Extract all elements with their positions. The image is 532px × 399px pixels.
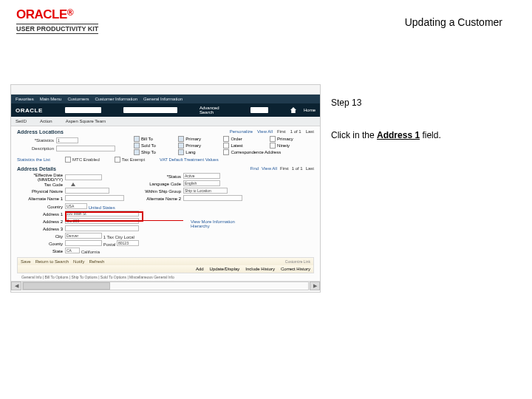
tab-updatedisp[interactable]: Update/Display [210, 267, 240, 271]
correspond-checkbox[interactable] [223, 149, 229, 155]
find-link[interactable]: Find [250, 166, 259, 171]
home-label[interactable]: Home [304, 108, 316, 112]
oracle-wordmark: ORACLE® [16, 7, 98, 22]
statistics-label: *Statistics [17, 138, 54, 143]
order-checkbox[interactable] [223, 136, 229, 142]
page-title: Updating a Customer [405, 16, 502, 28]
latest-label: Latest [231, 143, 242, 148]
header-input-1[interactable] [65, 107, 101, 113]
instruction-bold: Address 1 [377, 130, 420, 140]
country-link[interactable]: United States [89, 205, 115, 210]
taxgeo-label: 1 Tax City Local [103, 235, 134, 239]
scroll-left-arrow[interactable]: ◀ [11, 282, 21, 290]
header-input-2[interactable] [123, 107, 177, 113]
wh-input[interactable]: Ship to Location [183, 188, 228, 194]
altname2-input[interactable] [183, 195, 242, 201]
primacy-label: Primacy [277, 137, 293, 141]
altname1-input[interactable] [65, 195, 124, 201]
postal-label: Postal [103, 242, 116, 247]
postal-input[interactable]: 80123 [117, 240, 139, 246]
tab-refresh[interactable]: Refresh [89, 259, 104, 264]
primary2-label: Primary [185, 143, 201, 148]
personalize-link[interactable]: Personalize [230, 129, 253, 134]
county-input[interactable] [65, 240, 102, 246]
city-input[interactable]: Denver [65, 233, 102, 239]
shipto-label: Ship To [141, 150, 156, 154]
physical-input[interactable] [65, 188, 109, 194]
breadcrumb-favorites[interactable]: Favorites [16, 97, 34, 101]
ninety-checkbox[interactable] [270, 143, 276, 149]
tab-correct[interactable]: Correct History [281, 267, 310, 271]
lang-input[interactable]: English [183, 180, 220, 186]
taxcode-tri-icon [71, 183, 75, 186]
address3-label: Address 3 [17, 227, 63, 231]
scroll-right-arrow[interactable]: ▶ [310, 282, 320, 290]
horizontal-scrollbar[interactable]: ◀ ▶ [11, 281, 320, 290]
hierarchy-link[interactable]: Hierarchy [191, 224, 235, 228]
scroll-track[interactable] [22, 282, 309, 290]
address3-input[interactable] [65, 225, 139, 231]
correspond-label: Correspondence Address [231, 150, 281, 154]
details-link[interactable]: Statistics the List [17, 157, 50, 162]
statistics-input[interactable]: 1 [56, 137, 78, 143]
step-label: Step 13 [331, 98, 361, 108]
breadcrumb-general[interactable]: General Information [143, 97, 183, 101]
viewall-link-2[interactable]: View All [262, 166, 277, 171]
tab-save[interactable]: Save [21, 259, 31, 264]
primacy-checkbox[interactable] [270, 136, 276, 142]
altname1-label: Alternate Name 1 [17, 197, 63, 201]
header-input-3[interactable] [250, 107, 268, 113]
id-value: Action [40, 119, 52, 123]
breadcrumb-main[interactable]: Main Menu [40, 97, 62, 101]
altname2-label: Alternate Name 2 [135, 197, 181, 201]
address1-input[interactable]: 100 Main St [65, 211, 139, 216]
effdate-input[interactable] [65, 174, 102, 180]
state-input[interactable]: CA [65, 248, 80, 253]
breadcrumb-toolbar: Favorites Main Menu Customers Customer I… [11, 95, 320, 103]
primary2-checkbox[interactable] [178, 143, 184, 149]
breadcrumb-customers[interactable]: Customers [67, 97, 89, 101]
oracle-header: ORACLE Advanced Search Home [11, 103, 320, 117]
primary1-checkbox[interactable] [178, 136, 184, 142]
step-instruction: Click in the Address 1 field. [331, 130, 441, 140]
first-label-2[interactable]: First [280, 166, 289, 171]
page-links[interactable]: General Info | Bill To Options | Ship To… [17, 273, 314, 281]
description-label: Description [17, 146, 54, 151]
country-label: Country [17, 205, 63, 209]
viewall-link[interactable]: View All [257, 129, 273, 134]
status-select[interactable]: Active [183, 173, 220, 179]
first-label[interactable]: First [277, 129, 286, 134]
shipto-checkbox[interactable] [134, 149, 140, 155]
last-label-2[interactable]: Last [306, 166, 314, 171]
country-input[interactable]: USA [65, 203, 87, 209]
effdate-label: *Effective Date (MM/DD/YY) [17, 173, 63, 182]
tab-includehist[interactable]: Include History [245, 267, 275, 271]
address2-input[interactable]: Ste 200 [65, 218, 139, 224]
last-label[interactable]: Last [306, 129, 314, 134]
id-bar: SetID Action Aspen Square Team [11, 117, 320, 126]
billto-checkbox[interactable] [134, 136, 140, 142]
oracle-brand: ORACLE [16, 107, 43, 114]
customize-link[interactable]: Customize Link [285, 259, 310, 264]
tab-notify[interactable]: Notify [73, 259, 84, 264]
wh-label: Within Ship Group [135, 189, 181, 194]
range-label-2: 1 of 1 [292, 166, 303, 171]
tab-return[interactable]: Return to Search [35, 259, 69, 264]
address2-label: Address 2 [17, 219, 63, 224]
address1-label: Address 1 [17, 212, 63, 216]
ninety-label: Ninety [277, 143, 290, 148]
lang-label: Language Code [135, 182, 181, 186]
home-icon[interactable] [290, 107, 296, 113]
description-input[interactable] [56, 146, 115, 151]
latest-checkbox[interactable] [223, 143, 229, 149]
lang-checkbox[interactable] [178, 149, 184, 155]
vat-link[interactable]: VAT Default Treatment Values [160, 157, 219, 162]
soldto-checkbox[interactable] [134, 143, 140, 149]
city-label: City [17, 234, 63, 239]
status-label: *Status [135, 174, 181, 179]
tab-add[interactable]: Add [196, 267, 204, 271]
action-tabs-right: Add Update/Display Include History Corre… [17, 265, 314, 273]
action-value: Aspen Square Team [66, 119, 106, 123]
breadcrumb-custinfo[interactable]: Customer Information [95, 97, 137, 101]
scroll-thumb[interactable] [23, 282, 110, 290]
